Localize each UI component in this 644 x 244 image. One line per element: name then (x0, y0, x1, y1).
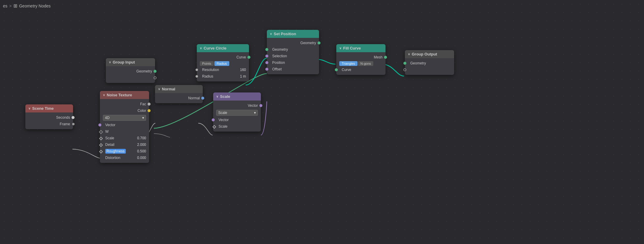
extra-socket[interactable] (154, 76, 157, 79)
roughness-highlight: Roughness (105, 149, 126, 154)
curve-out-socket[interactable] (247, 56, 250, 59)
group-output-body: Geometry (405, 58, 454, 75)
resolution-socket[interactable] (196, 69, 198, 71)
scale-header: ∨ Scale (213, 92, 261, 101)
mesh-out-socket[interactable] (384, 56, 387, 59)
fc-curve-in-socket[interactable] (335, 68, 338, 71)
noise-texture-body: Fac Color 4D ▾ Vector W (100, 99, 149, 163)
roughness-field: Roughness 0.500 (100, 148, 149, 155)
dimension-select[interactable]: 4D ▾ (103, 115, 146, 121)
resolution-field: Resolution 160 (197, 67, 249, 73)
scale-select[interactable]: Scale ▾ (216, 110, 258, 116)
normal-out-row: Normal (155, 95, 203, 101)
fill-curve-buttons: Triangles N-gons (336, 61, 386, 67)
fill-curve-node: ∨ Fill Curve Mesh Triangles N-gons Curve (336, 44, 386, 75)
scene-time-node: ∨ Scene Time Seconds Frame (25, 104, 73, 129)
nodes-icon: ⊞ (13, 3, 17, 9)
vector-input-label: Vector (103, 123, 115, 127)
breadcrumb-current: Geometry Nodes (19, 4, 51, 8)
curve-circle-buttons: Points Radius (197, 61, 249, 67)
vector-input-socket[interactable] (98, 123, 101, 126)
sp-geometry-out-label: Geometry (300, 41, 316, 45)
sp-geometry-out-socket[interactable] (318, 41, 321, 44)
fill-curve-title: Fill Curve (343, 46, 361, 50)
vector-in-row: Vector (213, 117, 261, 123)
scale-dropdown-arrow: ▾ (254, 111, 256, 115)
ngons-button[interactable]: N-gons (358, 61, 373, 66)
frame-socket[interactable] (72, 123, 75, 125)
mesh-out-label: Mesh (374, 55, 383, 59)
seconds-socket[interactable] (72, 116, 75, 119)
sp-position-row: Position (267, 59, 319, 66)
vector-input-row: Vector (100, 122, 149, 128)
scale-select-row: Scale ▾ (213, 109, 261, 117)
resolution-value: 160 (234, 68, 246, 72)
breadcrumb: es > ⊞ Geometry Nodes (3, 3, 51, 9)
fill-curve-header: ∨ Fill Curve (336, 44, 386, 52)
scale-in-label: Scale (216, 124, 227, 129)
go-geometry-in-label: Geometry (408, 61, 426, 65)
go-geometry-in-socket[interactable] (403, 62, 406, 65)
curve-out-row: Curve (197, 54, 249, 61)
sp-offset-socket[interactable] (265, 68, 268, 71)
group-input-body: Geometry (106, 66, 155, 83)
chevron-icon: ∨ (158, 87, 160, 91)
sp-geometry-out-row: Geometry (267, 40, 319, 46)
node-canvas[interactable]: es > ⊞ Geometry Nodes ∨ Scene Time Secon… (0, 0, 644, 244)
vector-out-socket[interactable] (259, 104, 262, 107)
radius-socket[interactable] (196, 75, 198, 78)
normal-title: Normal (162, 87, 175, 91)
group-input-title: Group Input (113, 60, 135, 64)
geometry-out-socket[interactable] (154, 70, 157, 73)
triangles-button[interactable]: Triangles (339, 61, 357, 66)
vector-in-socket[interactable] (212, 118, 215, 121)
fac-socket[interactable] (148, 103, 151, 106)
roughness-diamond-socket[interactable] (99, 150, 103, 154)
sp-position-socket[interactable] (265, 61, 268, 64)
radius-button[interactable]: Radius (214, 61, 229, 66)
color-socket[interactable] (148, 109, 151, 112)
group-output-node: ∨ Group Output Geometry (405, 50, 454, 75)
chevron-icon: ∨ (103, 93, 105, 97)
color-label: Color (137, 109, 146, 113)
resolution-label: Resolution (200, 68, 234, 72)
fc-curve-in-row: Curve (336, 67, 386, 73)
distortion-field-label: Distortion (103, 156, 134, 160)
scale-in-socket[interactable] (212, 125, 216, 129)
normal-out-label: Normal (188, 96, 200, 100)
scale-diamond-socket[interactable] (99, 137, 103, 140)
distortion-field: Distortion 0.000 (100, 155, 149, 161)
sp-geometry-in-socket[interactable] (265, 48, 268, 51)
group-input-extra-row (106, 75, 155, 81)
sp-geometry-in-label: Geometry (270, 47, 288, 52)
vector-out-row: Vector (213, 102, 261, 109)
points-button[interactable]: Points (200, 61, 214, 66)
fc-curve-in-label: Curve (339, 68, 351, 72)
detail-diamond-socket[interactable] (99, 143, 103, 147)
radius-value: 1 m (234, 74, 246, 78)
radius-field: Radius 1 m (197, 73, 249, 80)
dropdown-arrow: ▾ (142, 116, 144, 120)
sp-selection-label: Selection (270, 54, 287, 58)
chevron-icon: ∨ (339, 47, 341, 50)
connections-layer (0, 0, 644, 244)
scene-time-header: ∨ Scene Time (25, 104, 73, 112)
sp-position-label: Position (270, 61, 285, 65)
sp-selection-row: Selection (267, 53, 319, 59)
set-position-title: Set Position (274, 32, 296, 36)
w-input-row: W (100, 128, 149, 135)
w-socket[interactable] (99, 130, 103, 134)
roughness-field-label: Roughness (103, 149, 134, 153)
detail-field-label: Detail (103, 143, 134, 147)
breadcrumb-separator: > (9, 4, 12, 8)
normal-out-socket[interactable] (201, 97, 204, 100)
curve-out-label: Curve (236, 55, 246, 59)
go-extra-socket[interactable] (403, 68, 406, 71)
scene-time-title: Scene Time (32, 106, 54, 111)
scale-body: Vector Scale ▾ Vector Scale (213, 101, 261, 132)
sp-selection-socket[interactable] (265, 55, 268, 58)
dimension-select-row: 4D ▾ (100, 114, 149, 122)
breadcrumb-parent[interactable]: es (3, 4, 7, 8)
dimension-value: 4D (105, 116, 109, 120)
set-position-body: Geometry Geometry Selection Position Off… (267, 38, 319, 74)
